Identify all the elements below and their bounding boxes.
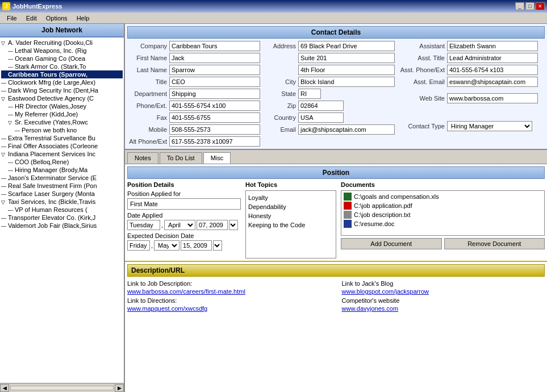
tree-node[interactable]: —Real Safe Investment Firm (Pon bbox=[1, 182, 123, 190]
country-label: Country bbox=[265, 114, 296, 121]
doc-item: C:\job application.pdf bbox=[343, 201, 543, 210]
app-title: JobHuntExpress bbox=[12, 3, 62, 10]
address1-input[interactable] bbox=[298, 41, 395, 51]
website-input[interactable] bbox=[447, 93, 538, 103]
department-input[interactable] bbox=[169, 89, 260, 99]
tree-node[interactable]: —Extra Terrestrial Survellance Bu bbox=[1, 134, 123, 142]
tab-misc[interactable]: Misc bbox=[203, 152, 231, 164]
tree-node[interactable]: —COO (Belloq,Rene) bbox=[1, 158, 123, 166]
tree-node[interactable]: —Dark Wing Security Inc (Dent,Ha bbox=[1, 86, 123, 94]
tree-node[interactable]: —VP of Human Resources ( bbox=[1, 206, 123, 214]
assistant-input[interactable] bbox=[447, 41, 538, 51]
add-document-button[interactable]: Add Document bbox=[341, 238, 442, 249]
tab-todolist[interactable]: To Do List bbox=[160, 152, 202, 164]
position-section: Position Position Details Position Appli… bbox=[125, 164, 547, 261]
phone-label: Phone/Ext. bbox=[127, 102, 167, 109]
hot-topic-item: Dependability bbox=[248, 202, 333, 211]
altphone-label: Alt Phone/Ext bbox=[127, 138, 167, 145]
menu-bar: File Edit Options Help bbox=[0, 12, 547, 24]
company-label: Company bbox=[127, 43, 167, 49]
tree-node[interactable]: Caribbean Tours (Sparrow, bbox=[1, 70, 123, 78]
tree-node[interactable]: —Person we both kno bbox=[1, 126, 123, 134]
scroll-right-btn[interactable]: ▶ bbox=[115, 384, 124, 392]
tree-node[interactable]: ▽A. Vader Recruiting (Dooku,Cli bbox=[1, 39, 123, 47]
scroll-left-btn[interactable]: ◀ bbox=[0, 384, 9, 392]
phone-input[interactable] bbox=[169, 101, 260, 111]
docs-list: C:\goals and compensation.xlsC:\job appl… bbox=[341, 190, 545, 236]
contactType-select[interactable]: Hiring Manager bbox=[447, 121, 532, 131]
tree-node[interactable]: ▽Taxi Services, Inc (Bickle,Travis bbox=[1, 198, 123, 206]
menu-file[interactable]: File bbox=[2, 14, 22, 23]
menu-options[interactable]: Options bbox=[41, 14, 72, 23]
assistant-label: Assistant bbox=[399, 43, 445, 49]
expected-day[interactable] bbox=[127, 240, 150, 251]
tree-node[interactable]: ▽Indiana Placement Services Inc bbox=[1, 150, 123, 158]
expected-month[interactable]: May bbox=[154, 240, 179, 251]
altphone-input[interactable] bbox=[169, 136, 260, 147]
doc-name: C:\goals and compensation.xls bbox=[354, 193, 439, 200]
asstEmail-input[interactable] bbox=[447, 77, 538, 87]
menu-help[interactable]: Help bbox=[72, 14, 94, 23]
maximize-button[interactable]: □ bbox=[525, 2, 535, 10]
firstname-input[interactable] bbox=[169, 53, 260, 63]
tree-node[interactable]: ▽Sr. Executive (Yates,Rowc bbox=[1, 118, 123, 126]
position-applied-input[interactable] bbox=[127, 198, 241, 210]
expected-date[interactable] bbox=[181, 240, 212, 251]
hot-topic-item: Honesty bbox=[248, 211, 333, 220]
tree-node[interactable]: —Valdemort Job Fair (Black,Sirius bbox=[1, 222, 123, 230]
fax-input[interactable] bbox=[169, 112, 260, 123]
left-panel: Job Network ▽A. Vader Recruiting (Dooku,… bbox=[0, 24, 125, 392]
remove-document-button[interactable]: Remove Document bbox=[444, 238, 545, 249]
date-applied-month[interactable]: April bbox=[164, 220, 195, 230]
directions-link[interactable]: www.mapquest.com/xwcsdfg bbox=[127, 305, 331, 312]
doc-icon bbox=[344, 220, 352, 228]
expected-dropdown[interactable] bbox=[213, 240, 222, 251]
tree-node[interactable]: —Lethal Weapons, Inc. (Rig bbox=[1, 47, 123, 55]
date-applied-date[interactable] bbox=[197, 220, 228, 230]
tree-node[interactable]: —Hiring Manager (Brody,Ma bbox=[1, 166, 123, 174]
tree-node[interactable]: —Final Offer Associates (Corleone bbox=[1, 142, 123, 150]
pdf-icon bbox=[344, 202, 352, 210]
tree-node[interactable]: —Clockwork Mfrg (de Large,Alex) bbox=[1, 78, 123, 86]
email-input[interactable] bbox=[298, 124, 395, 135]
address2-input[interactable] bbox=[298, 53, 395, 63]
tab-notes[interactable]: Notes bbox=[127, 152, 158, 164]
menu-edit[interactable]: Edit bbox=[22, 14, 41, 23]
contact-details-header: Contact Details bbox=[127, 26, 545, 39]
jack-blog-link[interactable]: www.blogspot.com/jacksparrow bbox=[342, 288, 545, 295]
documents-label: Documents bbox=[341, 181, 545, 188]
close-button[interactable]: ✕ bbox=[536, 2, 545, 10]
lastname-label: Last Name bbox=[127, 66, 167, 73]
country-input[interactable] bbox=[298, 112, 344, 123]
tree-node[interactable]: —Stark Armor Co. (Stark,To bbox=[1, 62, 123, 70]
city-input[interactable] bbox=[298, 77, 395, 87]
competitor-link[interactable]: www.davyjones.com bbox=[342, 305, 545, 312]
job-network-tree[interactable]: ▽A. Vader Recruiting (Dooku,Cli—Lethal W… bbox=[0, 37, 124, 383]
company-input[interactable] bbox=[169, 41, 260, 51]
asstPhone-input[interactable] bbox=[447, 65, 538, 75]
minimize-button[interactable]: _ bbox=[515, 2, 524, 10]
mobile-input[interactable] bbox=[169, 124, 260, 135]
tree-node[interactable]: —Ocean Gaming Co (Ocea bbox=[1, 55, 123, 62]
firstname-label: First Name bbox=[127, 55, 167, 61]
tree-node[interactable]: —Scarface Laser Surgery (Monta bbox=[1, 190, 123, 198]
tree-node[interactable]: ▽Eastwood Detective Agency (C bbox=[1, 94, 123, 102]
tree-node[interactable]: —My Referrer (Kidd,Joe) bbox=[1, 110, 123, 118]
lastname-input[interactable] bbox=[169, 65, 260, 75]
tree-node[interactable]: —Jason's Exterminator Service (E bbox=[1, 174, 123, 182]
state-input[interactable] bbox=[298, 89, 321, 99]
zip-input[interactable] bbox=[298, 101, 344, 111]
date-applied-day[interactable] bbox=[127, 220, 160, 230]
doc-item: C:\goals and compensation.xls bbox=[343, 192, 543, 201]
state-label: State bbox=[265, 90, 296, 97]
asstTitle-input[interactable] bbox=[447, 53, 538, 63]
doc-item: C:\resume.doc bbox=[343, 219, 543, 228]
date-applied-dropdown[interactable] bbox=[229, 220, 238, 230]
address3-input[interactable] bbox=[298, 65, 395, 75]
job-desc-link[interactable]: www.barbossa.com/careers/first-mate.html bbox=[127, 288, 331, 295]
title-input[interactable] bbox=[169, 77, 260, 87]
tree-node[interactable]: —Transporter Elevator Co. (Kirk,J bbox=[1, 214, 123, 222]
hot-topic-item: Loyalty bbox=[248, 193, 333, 202]
tree-node[interactable]: —HR Director (Wales,Josey bbox=[1, 102, 123, 110]
horizontal-scrollbar[interactable]: ◀ ▶ bbox=[0, 383, 124, 392]
